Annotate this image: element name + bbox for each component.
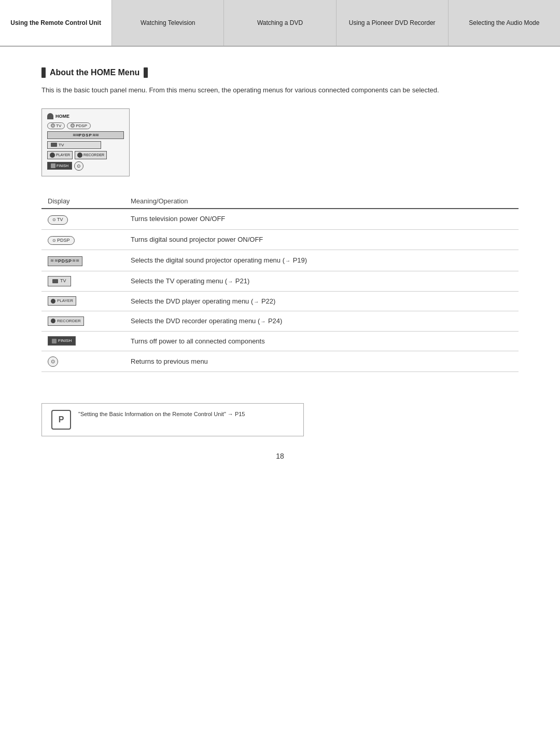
table-row: PLAYER Selects the DVD player operating … <box>41 291 519 311</box>
arrow-icon: → <box>254 298 259 306</box>
table-cell-display: RECORDER <box>41 311 124 332</box>
tv-power-icon: ⊙ <box>51 123 55 128</box>
screen-pdsp-btn: ⊙ PDSP <box>67 122 91 129</box>
table-row: ⊙ Returns to previous menu <box>41 351 519 372</box>
col-header-meaning: Meaning/Operation <box>124 193 519 209</box>
pdsp-wave-left: ≋≋ <box>73 133 79 137</box>
finish-symbol <box>52 339 57 343</box>
tab-watching-tv-label: Watching Television <box>141 19 195 27</box>
section-title: About the HOME Menu <box>50 68 139 77</box>
main-content: About the HOME Menu This is the basic to… <box>0 47 560 497</box>
screen-tv-btn: ⊙ TV <box>47 122 65 129</box>
table-row: TV Selects the TV operating menu (→ P21) <box>41 271 519 292</box>
tv-power-symbol: ⊙ <box>52 217 56 223</box>
table-cell-meaning: Turns television power ON/OFF <box>124 209 519 229</box>
tv-screen-symbol <box>52 279 58 283</box>
player-disc-icon <box>50 153 55 158</box>
tab-watching-tv[interactable]: Watching Television <box>112 0 224 46</box>
footer-icon-label: P <box>59 415 64 424</box>
table-cell-display: ⊙PDSP <box>41 229 124 250</box>
display-finish: FINISH <box>48 336 76 346</box>
footer-note-text: "Setting the Basic Information on the Re… <box>78 410 245 419</box>
tab-watching-dvd-label: Watching a DVD <box>257 19 303 27</box>
nav-tabs: Using the Remote Control Unit Watching T… <box>0 0 560 47</box>
screen-row-1: ⊙ TV ⊙ PDSP <box>47 122 124 129</box>
page-number: 18 <box>41 452 519 476</box>
arrow-icon: → <box>260 318 265 325</box>
table-row: ≋≋ PDSP ≋≋ Selects the digital sound pro… <box>41 250 519 271</box>
finish-icon <box>51 163 55 168</box>
table-cell-meaning: Selects the TV operating menu (→ P21) <box>124 271 519 292</box>
recorder-disc-icon <box>77 153 82 158</box>
screen-tv-bar: TV <box>47 141 101 149</box>
tab-selecting-audio-label: Selecting the Audio Mode <box>469 19 539 27</box>
recorder-disc-symbol <box>51 319 55 323</box>
screen-finish-btn: FINISH <box>47 162 72 170</box>
pdsp-power-icon: ⊙ <box>71 123 75 128</box>
table-cell-display: PLAYER <box>41 291 124 311</box>
screen-player-btn: PLAYER <box>47 151 73 159</box>
pdsp-text: PDSP <box>58 258 72 265</box>
tab-using-pioneer-label: Using a Pioneer DVD Recorder <box>349 19 436 27</box>
table-cell-meaning: Turns off power to all connected compone… <box>124 331 519 351</box>
pdsp-wave-right: ≋≋ <box>92 133 99 137</box>
screen-row-4: PLAYER RECORDER <box>47 151 124 159</box>
display-table: Display Meaning/Operation ⊙TV Turns tele… <box>41 193 519 372</box>
tab-using-pioneer[interactable]: Using a Pioneer DVD Recorder <box>337 0 449 46</box>
pdsp-power-symbol: ⊙ <box>52 238 56 244</box>
table-row: FINISH Turns off power to all connected … <box>41 331 519 351</box>
section-heading: About the HOME Menu <box>41 67 519 78</box>
footer-note-icon: P <box>51 410 71 430</box>
display-player: PLAYER <box>48 296 76 306</box>
tab-selecting-audio[interactable]: Selecting the Audio Mode <box>449 0 560 46</box>
tab-using-remote[interactable]: Using the Remote Control Unit <box>0 0 112 46</box>
screen-recorder-btn: RECORDER <box>75 151 107 159</box>
footer-note: P "Setting the Basic Information on the … <box>41 403 304 436</box>
display-tv-rect: TV <box>48 276 71 286</box>
table-cell-meaning: Selects the DVD recorder operating menu … <box>124 311 519 332</box>
table-cell-meaning: Returns to previous menu <box>124 351 519 372</box>
display-oval-pdsp: ⊙PDSP <box>48 236 75 245</box>
table-cell-meaning: Turns digital sound projector power ON/O… <box>124 229 519 250</box>
display-pdsp-full: ≋≋ PDSP ≋≋ <box>48 256 82 267</box>
heading-bar-right <box>144 67 148 78</box>
screen-container: HOME ⊙ TV ⊙ PDSP ≋≋ PDSP ≋≋ <box>41 108 519 176</box>
display-back: ⊙ <box>48 356 58 367</box>
section-description: This is the basic touch panel menu. From… <box>41 85 519 96</box>
screen-row-3: TV <box>47 141 124 149</box>
pdsp-wave-l: ≋≋ <box>50 258 58 264</box>
heading-bar-left <box>41 67 46 78</box>
screen-title-text: HOME <box>55 114 69 119</box>
table-cell-display: FINISH <box>41 331 124 351</box>
arrow-icon: → <box>228 278 233 285</box>
screen-title-bar: HOME <box>47 113 124 119</box>
col-header-display: Display <box>41 193 124 209</box>
table-cell-display: ≋≋ PDSP ≋≋ <box>41 250 124 271</box>
pdsp-label: PDSP <box>79 133 92 137</box>
home-icon <box>47 113 53 119</box>
table-row: RECORDER Selects the DVD recorder operat… <box>41 311 519 332</box>
tv-screen-icon <box>51 143 57 147</box>
tab-watching-dvd[interactable]: Watching a DVD <box>224 0 336 46</box>
table-row: ⊙PDSP Turns digital sound projector powe… <box>41 229 519 250</box>
display-oval-tv: ⊙TV <box>48 215 68 225</box>
table-cell-display: ⊙TV <box>41 209 124 229</box>
screen-row-5: FINISH ⊙ <box>47 161 124 171</box>
player-disc-symbol <box>51 299 55 304</box>
pdsp-wave-r: ≋≋ <box>72 258 80 264</box>
table-cell-display: ⊙ <box>41 351 124 372</box>
tab-using-remote-label: Using the Remote Control Unit <box>10 19 101 27</box>
table-cell-meaning: Selects the digital sound projector oper… <box>124 250 519 271</box>
screen-row-2: ≋≋ PDSP ≋≋ <box>47 131 124 139</box>
screen-back-btn: ⊙ <box>74 161 83 171</box>
home-menu-screen: HOME ⊙ TV ⊙ PDSP ≋≋ PDSP ≋≋ <box>41 108 130 176</box>
table-cell-meaning: Selects the DVD player operating menu (→… <box>124 291 519 311</box>
table-cell-display: TV <box>41 271 124 292</box>
table-row: ⊙TV Turns television power ON/OFF <box>41 209 519 229</box>
display-recorder: RECORDER <box>48 316 84 326</box>
arrow-icon: → <box>285 257 290 265</box>
screen-pdsp-bar: ≋≋ PDSP ≋≋ <box>47 131 124 139</box>
